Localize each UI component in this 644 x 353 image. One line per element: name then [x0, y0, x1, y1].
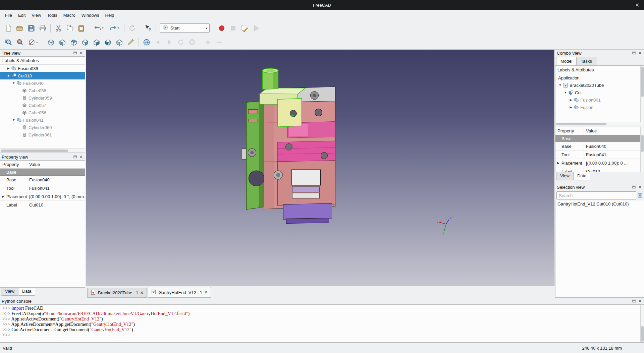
selection-item[interactable]: GantryHotEnd_V12.Cut010 (Cut010)	[555, 200, 644, 208]
collapse-arrow-icon[interactable]: ▼	[11, 118, 16, 122]
left-view-button[interactable]	[114, 37, 125, 48]
property-row-label[interactable]: LabelCut010	[0, 201, 85, 209]
panel-close-icon[interactable]	[79, 51, 84, 55]
menu-edit[interactable]: Edit	[15, 10, 29, 21]
workbench-selector[interactable]: Start▾	[160, 23, 210, 33]
collapse-arrow-icon[interactable]: ▼	[6, 74, 11, 77]
collapse-arrow-icon[interactable]: ▼	[563, 91, 568, 94]
model-bolt-hole[interactable]	[285, 143, 292, 150]
horizontal-scrollbar[interactable]	[555, 122, 644, 126]
panel-close-icon[interactable]	[638, 185, 642, 189]
right-view-button[interactable]	[80, 37, 91, 48]
property-value-cell[interactable]: Fusion040	[584, 142, 644, 150]
3d-model[interactable]	[242, 68, 335, 224]
menu-view[interactable]: View	[29, 10, 44, 21]
model-yellow-plate[interactable]	[277, 99, 302, 127]
panel-close-icon[interactable]	[79, 155, 84, 159]
tree-item-cut[interactable]: ▼Cut	[555, 89, 644, 96]
document-tab-gantryhotend_v12[interactable]: GantryHotEnd_V12 : 1	[148, 287, 211, 298]
tree-item-cut010[interactable]: ▼Cut010	[0, 72, 85, 79]
undo-button[interactable]: ▾	[92, 23, 106, 34]
menu-windows[interactable]: Windows	[78, 10, 102, 21]
menu-tools[interactable]: Tools	[44, 10, 60, 21]
tree-item-fusion039[interactable]: ▶Fusion039	[0, 65, 85, 72]
property-row-base[interactable]: BaseFusion040	[0, 176, 85, 184]
menu-macro[interactable]: Macro	[60, 10, 78, 21]
property-row-placement[interactable]: ▶Placement[(0.00 0.00 1.00); 0 °; (0 mm.…	[0, 192, 85, 201]
horizontal-scrollbar[interactable]	[0, 149, 85, 153]
property-row-placement[interactable]: ▶Placement[(0.00 0.00 1.00); 0 ...	[555, 159, 644, 167]
panel-float-icon[interactable]	[632, 185, 636, 189]
axonometric-view-button[interactable]	[46, 37, 56, 48]
tab-close-icon[interactable]	[204, 290, 208, 295]
save-document-button[interactable]	[26, 23, 37, 34]
tree-item-fusion001[interactable]: ▶Fusion001	[555, 96, 644, 104]
vertical-scrollbar[interactable]	[640, 66, 644, 122]
collapse-arrow-icon[interactable]: ▼	[557, 83, 563, 87]
panel-float-icon[interactable]	[73, 51, 77, 55]
dropdown-arrow-icon[interactable]: ▾	[117, 26, 120, 30]
model-purple-strip[interactable]	[292, 187, 319, 192]
scrollbar-handle[interactable]	[1, 150, 68, 152]
model-purple-base[interactable]	[286, 218, 329, 224]
draw-style-button[interactable]: ▾	[26, 37, 41, 48]
tree-item-cube058[interactable]: Cube058	[0, 87, 85, 94]
expand-arrow-icon[interactable]: ▶	[2, 195, 4, 198]
tree-item-fusion[interactable]: ▶Fusion	[555, 104, 644, 111]
rear-view-button[interactable]	[91, 37, 102, 48]
expand-arrow-icon[interactable]: ▶	[557, 161, 559, 165]
front-view-button[interactable]	[57, 37, 68, 48]
property-value-cell[interactable]: Fusion041	[27, 184, 85, 192]
property-row-label[interactable]: LabelCut010	[555, 167, 644, 172]
property-value-cell[interactable]: [(0.00 0.00 1.00); 0 °; (0 mm...	[27, 192, 85, 200]
window-close-button[interactable]	[635, 2, 640, 8]
fit-all-button[interactable]	[3, 37, 14, 48]
panel-float-icon[interactable]	[73, 155, 77, 159]
macro-edit-button[interactable]	[239, 23, 250, 34]
vertical-scrollbar[interactable]	[640, 305, 644, 342]
macro-record-button[interactable]	[216, 23, 227, 34]
property-row-base[interactable]: BaseFusion040	[555, 142, 644, 151]
model-white-strip[interactable]	[292, 193, 319, 198]
search-clear-icon[interactable]	[637, 193, 643, 198]
collapse-arrow-icon[interactable]: ▼	[11, 81, 16, 85]
scrollbar-handle[interactable]	[641, 67, 644, 97]
tree-item-cylinder060[interactable]: Cylinder060	[0, 124, 85, 131]
model-plate-slot[interactable]	[248, 109, 258, 114]
tab-tasks[interactable]: Tasks	[576, 57, 596, 65]
tab-view[interactable]: View	[556, 172, 574, 180]
expand-arrow-icon[interactable]: ▶	[568, 98, 574, 102]
top-view-button[interactable]	[68, 37, 79, 48]
menu-help[interactable]: Help	[102, 10, 117, 21]
model-clamp-lower[interactable]	[277, 141, 335, 162]
copy-button[interactable]	[64, 23, 75, 34]
tree-item-cube056[interactable]: Cube056	[0, 109, 85, 116]
combo-tree-column-header[interactable]: Labels & Attributes	[555, 66, 644, 74]
model-plate-bolt-center[interactable]	[250, 151, 254, 154]
dropdown-arrow-icon[interactable]: ▾	[101, 26, 105, 30]
menu-file[interactable]: File	[2, 10, 15, 21]
property-value-cell[interactable]: [(0.00 0.00 1.00); 0 ...	[584, 159, 644, 167]
open-document-button[interactable]	[14, 23, 25, 34]
whats-this-button[interactable]: ?	[143, 23, 153, 34]
model-side-tab[interactable]	[242, 149, 247, 159]
property-table-header[interactable]: Property Value	[0, 161, 85, 169]
expand-arrow-icon[interactable]: ▶	[568, 106, 574, 109]
panel-close-icon[interactable]	[638, 51, 642, 55]
tree-item-cylinder061[interactable]: Cylinder061	[0, 131, 85, 138]
document-tab-bracket2020tube[interactable]: Bracket2020Tube : 1	[87, 288, 147, 298]
tree-item-fusion040[interactable]: ▼Fusion040	[0, 79, 85, 87]
panel-float-icon[interactable]	[632, 299, 636, 303]
model-bolt-hole[interactable]	[315, 109, 322, 116]
tree-item-cube057[interactable]: Cube057	[0, 102, 85, 109]
search-input[interactable]	[556, 191, 636, 199]
model-plate-hole[interactable]	[249, 171, 264, 186]
tab-close-icon[interactable]	[140, 290, 144, 295]
tree-column-header[interactable]: Labels & Attributes	[0, 57, 85, 65]
property-value-cell[interactable]: Fusion041	[584, 151, 644, 159]
fit-selection-button[interactable]	[14, 37, 25, 48]
print-button[interactable]	[37, 23, 48, 34]
scrollbar-handle[interactable]	[556, 123, 606, 125]
cut-button[interactable]	[53, 23, 64, 34]
redo-button[interactable]: ▾	[107, 23, 122, 34]
